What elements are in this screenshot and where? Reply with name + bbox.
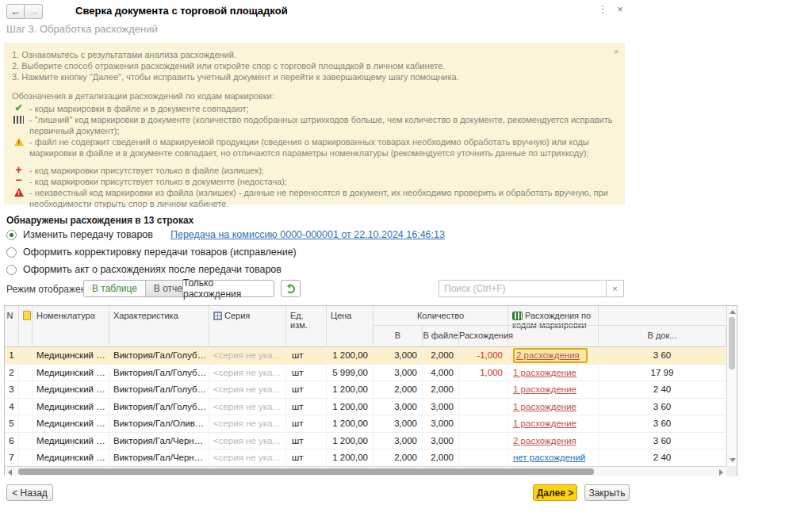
col-quantity-group[interactable]: Количество [373,306,508,325]
cell-nomenclature: Медицинский ко... [33,365,109,381]
option-label: Изменить передачу товаров [23,229,153,240]
cell-qty_diff: 1,000 [459,365,508,381]
diff-link[interactable]: 1 расхождение [513,384,576,394]
cell-flag [19,381,33,398]
radio-act[interactable] [6,265,17,275]
scroll-up-icon [730,310,736,314]
vertical-scroll-thumb[interactable] [729,317,735,369]
cell-sum_doc: 2 40 [599,381,726,398]
table-body: 1Медицинский ко...Виктория/Гал/Голубой/.… [5,347,726,466]
horizontal-scroll-thumb[interactable] [18,468,594,475]
cell-unit: шт [286,415,327,432]
radio-correction[interactable] [6,247,17,258]
cell-diff: 1 расхождение [508,365,599,381]
info-close-button[interactable]: × [614,47,619,58]
instruction-2: 2. Выберите способ отражения расхождений… [12,60,615,71]
option-label: Оформить акт о расхождениях после переда… [23,264,282,275]
vertical-scrollbar[interactable] [726,306,737,466]
cell-series: <серия не указыва... [209,365,286,381]
search-clear-button[interactable]: × [606,280,624,297]
table-row[interactable]: 2Медицинский ко...Виктория/Гал/Голубой/.… [5,365,726,382]
col-marking-diff[interactable]: Расхождения по кодам маркировки [508,306,599,347]
cell-flag [19,415,33,432]
modified-flag-icon [23,311,31,320]
cell-qty_file: 4,000 [423,365,459,381]
cell-series: <серия не указыва... [209,449,286,466]
col-qty-diff[interactable]: Расхождения [459,325,508,347]
col-series[interactable]: Серия [209,306,286,347]
cell-nomenclature: Медицинский ко... [33,347,109,364]
highlighted-diff-cell: 2 расхождения [513,348,588,363]
cell-characteristic: Виктория/Гал/Олива/48 [109,415,209,432]
cell-qty_file: 3,000 [423,433,459,449]
search-input[interactable] [439,280,607,297]
cell-flag [19,347,33,364]
option-correction: Оформить корректировку передачи товаров … [6,246,297,258]
legend-item: ! - неизвестный код маркировки из файла … [12,187,615,209]
mode-table-button[interactable]: В таблице [84,281,145,296]
horizontal-scrollbar[interactable] [5,466,726,476]
cell-n: 3 [5,381,19,398]
cell-diff: 2 расхождения [508,433,599,449]
nav-buttons: ← → [6,4,43,19]
cell-qty_doc: 3,000 [373,365,423,381]
diff-link[interactable]: 2 расхождения [516,350,580,360]
minus-icon: − [12,176,25,187]
table-row[interactable]: 4Медицинский ко...Виктория/Гал/Голубой/.… [5,399,726,416]
cell-sum_doc: 17 99 [599,365,726,381]
col-characteristic[interactable]: Характеристика [109,306,209,347]
check-icon: ✔ [12,103,25,114]
back-button[interactable]: < Назад [6,484,53,501]
table-row[interactable]: 1Медицинский ко...Виктория/Гал/Голубой/.… [5,347,726,365]
cell-price: 1 200,00 [327,449,373,466]
diff-link[interactable]: 1 расхождение [513,368,576,377]
cell-n: 2 [5,365,19,381]
scroll-right-icon [719,469,723,476]
cell-price: 1 200,00 [327,415,373,432]
col-unit[interactable]: Ед. изм. [286,306,327,347]
more-menu-button[interactable]: ⋮ [596,3,609,17]
col-price[interactable]: Цена [327,306,373,347]
col-qty-doc[interactable]: В документе [373,325,423,347]
next-button[interactable]: Далее > [533,484,577,501]
table-row[interactable]: 5Медицинский ко...Виктория/Гал/Олива/48<… [5,415,726,433]
forward-nav-button[interactable]: → [25,4,43,19]
cell-series: <серия не указыва... [209,381,286,398]
legend-item: ! - файл не содержит сведений о маркируе… [12,136,615,159]
table-row[interactable]: 6Медицинский ко...Виктория/Гал/Черный/48… [5,433,726,450]
cell-price: 5 999,00 [327,365,373,381]
step-title: Шаг 3. Обработка расхождений [6,23,158,35]
table-row[interactable]: 3Медицинский ко...Виктория/Гал/Голубой/.… [5,381,726,399]
diff-link[interactable]: 1 расхождение [513,402,576,411]
table-row[interactable]: 7Медицинский ко...Виктория/Гал/Черный/50… [5,449,726,466]
series-grid-icon [213,312,222,320]
radio-change-transfer[interactable] [6,230,17,240]
diff-link[interactable]: 2 расхождения [513,436,576,445]
cell-n: 1 [5,347,19,364]
col-flag[interactable] [19,306,33,347]
diff-link[interactable]: 1 расхождение [513,419,576,428]
back-nav-button[interactable]: ← [6,4,25,19]
cell-qty_doc: 2,000 [373,381,423,398]
cell-price: 1 200,00 [327,399,373,415]
instruction-3: 3. Нажмите кнопку "Далее", чтобы исправи… [12,71,615,82]
col-nomenclature[interactable]: Номенклатура [33,306,109,347]
only-differences-button[interactable]: Только расхождения [182,280,274,297]
cell-series: <серия не указыва... [209,347,286,364]
cell-characteristic: Виктория/Гал/Голубой/... [109,365,209,381]
cell-qty_diff: -1,000 [459,347,508,364]
cell-series: <серия не указыва... [209,433,286,449]
refresh-button[interactable] [281,280,301,297]
cell-diff: 2 расхождения [508,347,599,364]
back-arrow-icon: ← [10,6,21,17]
col-n[interactable]: N [5,306,19,347]
col-sum-doc[interactable]: В док... [599,325,726,347]
close-button[interactable]: Закрыть [584,484,630,501]
document-link[interactable]: Передача на комиссию 0000-000001 от 22.1… [170,229,445,240]
warning-red-icon: ! [12,187,25,198]
diff-link[interactable]: нет расхождений [513,453,585,462]
cell-series: <серия не указыва... [209,399,286,415]
cell-characteristic: Виктория/Гал/Черный/50 [109,449,209,466]
col-qty-file[interactable]: В файле [423,325,459,347]
close-window-button[interactable]: × [615,4,626,17]
